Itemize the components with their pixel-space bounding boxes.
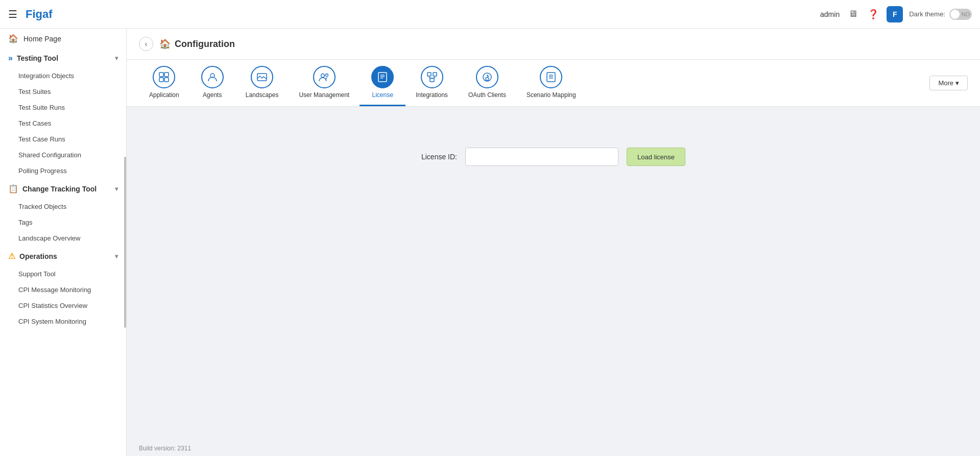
integration-objects-label: Integration Objects (18, 72, 74, 80)
home-icon: 🏠 (8, 34, 18, 43)
tab-license[interactable]: License (360, 60, 405, 106)
sidebar: 🏠 Home Page » Testing Tool ▾ Integration… (0, 29, 127, 456)
forward-icon: » (8, 54, 13, 63)
tab-scenario-mapping-label: Scenario Mapping (527, 91, 576, 99)
tab-landscapes-label: Landscapes (246, 91, 279, 99)
license-id-label: License ID: (421, 153, 457, 161)
svg-rect-2 (159, 78, 163, 82)
theme-toggle-area: Dark theme: NO (909, 9, 972, 20)
chevron-down-icon-2: ▾ (115, 185, 118, 193)
sidebar-section-change-tracking[interactable]: 📋 Change Tracking Tool ▾ (0, 179, 126, 199)
test-suites-label: Test Suites (18, 88, 51, 95)
svg-rect-16 (486, 78, 489, 80)
more-button[interactable]: More ▾ (929, 76, 968, 90)
sidebar-item-tags[interactable]: Tags (0, 214, 126, 230)
svg-rect-13 (433, 73, 437, 76)
tab-integrations[interactable]: Integrations (405, 60, 458, 106)
tab-bar: Application Agents Lan (127, 60, 980, 107)
dark-theme-toggle[interactable]: NO (949, 9, 972, 20)
svg-point-6 (321, 74, 324, 78)
tab-integrations-label: Integrations (416, 91, 448, 99)
sidebar-section-testing-tool[interactable]: » Testing Tool ▾ (0, 49, 126, 68)
landscapes-tab-icon (251, 66, 273, 88)
sidebar-scrollbar[interactable] (124, 157, 126, 328)
cpi-statistics-overview-label: CPI Statistics Overview (18, 302, 87, 309)
sidebar-item-support-tool[interactable]: Support Tool (0, 266, 126, 282)
notifications-icon[interactable]: 🖥 (846, 7, 860, 21)
tracked-objects-label: Tracked Objects (18, 203, 66, 210)
sidebar-item-test-case-runs[interactable]: Test Case Runs (0, 131, 126, 147)
tab-scenario-mapping[interactable]: Scenario Mapping (516, 60, 586, 106)
content-header: ‹ 🏠 Configuration (127, 29, 980, 60)
tab-license-label: License (372, 91, 393, 99)
polling-progress-label: Polling Progress (18, 167, 67, 175)
svg-rect-8 (378, 73, 387, 82)
page-title: Configuration (175, 39, 235, 50)
svg-rect-12 (427, 73, 431, 76)
chevron-down-icon: ▾ (115, 55, 118, 62)
page-home-icon: 🏠 (159, 38, 171, 50)
sidebar-item-shared-configuration[interactable]: Shared Configuration (0, 147, 126, 163)
landscape-overview-label: Landscape Overview (18, 234, 80, 242)
sidebar-item-integration-objects[interactable]: Integration Objects (0, 68, 126, 84)
tab-user-management[interactable]: User Management (289, 60, 360, 106)
support-tool-label: Support Tool (18, 270, 56, 278)
cpi-system-monitoring-label: CPI System Monitoring (18, 318, 86, 325)
main-layout: 🏠 Home Page » Testing Tool ▾ Integration… (0, 29, 980, 456)
change-tracking-subitems: Tracked Objects Tags Landscape Overview (0, 199, 126, 246)
tab-oauth-clients[interactable]: OAuth Clients (458, 60, 516, 106)
svg-rect-0 (159, 73, 163, 77)
svg-rect-3 (164, 78, 169, 82)
sidebar-item-landscape-overview[interactable]: Landscape Overview (0, 230, 126, 246)
svg-rect-17 (547, 73, 555, 82)
integrations-tab-icon (421, 66, 443, 88)
sidebar-item-polling-progress[interactable]: Polling Progress (0, 163, 126, 179)
more-button-label: More (938, 79, 953, 87)
back-button[interactable]: ‹ (139, 37, 153, 51)
navbar: ☰ Figaf admin 🖥 ❓ F Dark theme: NO (0, 0, 980, 29)
license-form: License ID: Load license (127, 107, 980, 207)
application-tab-icon (153, 66, 175, 88)
sidebar-item-test-suites[interactable]: Test Suites (0, 84, 126, 100)
tab-landscapes[interactable]: Landscapes (235, 60, 289, 106)
sidebar-item-cpi-statistics-overview[interactable]: CPI Statistics Overview (0, 298, 126, 314)
svg-rect-1 (164, 73, 169, 77)
page-title-area: 🏠 Configuration (159, 38, 235, 50)
help-icon[interactable]: ❓ (866, 7, 880, 21)
navbar-right: admin 🖥 ❓ F Dark theme: NO (820, 6, 972, 22)
chevron-down-icon-3: ▾ (115, 253, 118, 260)
testing-tool-label: Testing Tool (17, 54, 58, 62)
change-tracking-label: Change Tracking Tool (22, 185, 97, 193)
cpi-message-monitoring-label: CPI Message Monitoring (18, 286, 91, 294)
app-logo: Figaf (26, 8, 53, 21)
main-content: ‹ 🏠 Configuration Application (127, 29, 980, 456)
sidebar-item-tracked-objects[interactable]: Tracked Objects (0, 199, 126, 214)
username-label: admin (820, 10, 840, 18)
sidebar-item-cpi-system-monitoring[interactable]: CPI System Monitoring (0, 314, 126, 329)
tab-agents[interactable]: Agents (189, 60, 235, 106)
sidebar-item-cpi-message-monitoring[interactable]: CPI Message Monitoring (0, 282, 126, 298)
sidebar-item-home[interactable]: 🏠 Home Page (0, 29, 126, 49)
content-area: License ID: Load license Build version: … (127, 107, 980, 456)
svg-point-7 (325, 74, 328, 77)
sidebar-item-test-cases[interactable]: Test Cases (0, 115, 126, 131)
tab-oauth-clients-label: OAuth Clients (468, 91, 506, 99)
agents-tab-icon (201, 66, 224, 88)
license-id-input[interactable] (465, 148, 618, 166)
test-cases-label: Test Cases (18, 119, 51, 127)
tab-application[interactable]: Application (139, 60, 189, 106)
test-case-runs-label: Test Case Runs (18, 135, 65, 143)
tags-label: Tags (18, 219, 32, 226)
chevron-down-icon-more: ▾ (955, 79, 959, 87)
load-license-button[interactable]: Load license (627, 148, 685, 166)
build-version: Build version: 2311 (127, 441, 980, 456)
change-tracking-icon: 📋 (8, 184, 18, 194)
warning-icon: ⚠ (8, 251, 15, 261)
sidebar-section-operations[interactable]: ⚠ Operations ▾ (0, 246, 126, 266)
test-suite-runs-label: Test Suite Runs (18, 104, 65, 111)
shared-configuration-label: Shared Configuration (18, 151, 81, 159)
user-avatar[interactable]: F (887, 6, 903, 22)
sidebar-item-test-suite-runs[interactable]: Test Suite Runs (0, 100, 126, 115)
hamburger-menu[interactable]: ☰ (8, 8, 17, 20)
tab-application-label: Application (149, 91, 179, 99)
